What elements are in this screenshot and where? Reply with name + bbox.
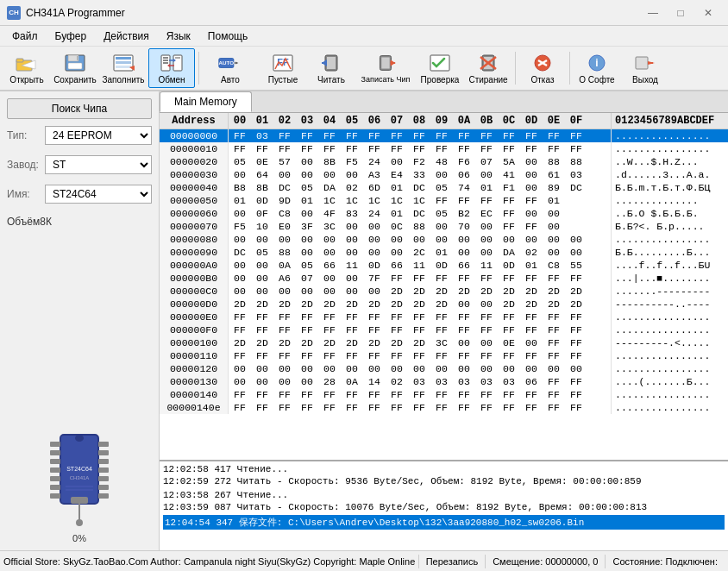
hex-byte[interactable]: 02 bbox=[386, 376, 408, 387]
hex-byte[interactable]: FF bbox=[318, 402, 341, 413]
table-row[interactable]: 00000140eFFFFFFFFFFFFFFFFFFFFFFFFFFFFFFF… bbox=[160, 401, 728, 414]
hex-byte[interactable]: 05 bbox=[251, 247, 273, 258]
hex-byte[interactable]: FF bbox=[453, 130, 475, 141]
hex-byte[interactable]: 00 bbox=[543, 247, 565, 258]
hex-byte[interactable]: 0D bbox=[251, 195, 273, 206]
hex-byte[interactable]: FF bbox=[475, 324, 498, 336]
hex-byte[interactable]: FF bbox=[565, 311, 587, 323]
exchange-button[interactable]: Обмен bbox=[148, 48, 195, 88]
hex-byte[interactable]: 00 bbox=[565, 363, 587, 374]
hex-byte[interactable]: FF bbox=[543, 402, 565, 413]
hex-byte[interactable]: 0D bbox=[430, 260, 453, 271]
hex-byte[interactable]: 00 bbox=[296, 156, 318, 167]
hex-byte[interactable]: 00 bbox=[273, 169, 296, 180]
hex-byte[interactable]: FF bbox=[520, 130, 543, 141]
hex-byte[interactable]: FF bbox=[543, 324, 565, 336]
hex-byte[interactable]: 00 bbox=[475, 247, 498, 258]
hex-byte[interactable]: 2D bbox=[520, 298, 543, 310]
hex-byte[interactable]: 2D bbox=[408, 298, 430, 310]
hex-byte[interactable]: 74 bbox=[453, 182, 475, 193]
hex-byte[interactable]: 57 bbox=[273, 156, 296, 167]
hex-byte[interactable]: 11 bbox=[341, 260, 363, 271]
table-row[interactable]: 000000A000000A0566110D66110D66110D01C855… bbox=[160, 259, 728, 272]
hex-byte[interactable]: FF bbox=[475, 273, 498, 284]
hex-byte[interactable]: FF bbox=[341, 324, 363, 336]
hex-byte[interactable]: FF bbox=[251, 324, 273, 336]
hex-rows[interactable]: 00000000FF03FFFFFFFFFFFFFFFFFFFFFFFFFFFF… bbox=[160, 129, 728, 460]
hex-byte[interactable]: FF bbox=[408, 324, 430, 336]
hex-byte[interactable]: FF bbox=[296, 324, 318, 336]
hex-byte[interactable]: 00 bbox=[543, 208, 565, 219]
hex-byte[interactable]: 00 bbox=[251, 376, 273, 387]
hex-byte[interactable]: DC bbox=[408, 208, 430, 219]
hex-byte[interactable]: FF bbox=[318, 389, 341, 400]
hex-byte[interactable]: FF bbox=[520, 324, 543, 336]
hex-byte[interactable]: 2D bbox=[565, 286, 587, 297]
hex-byte[interactable]: 11 bbox=[475, 260, 498, 271]
hex-byte[interactable]: 03 bbox=[475, 376, 498, 387]
hex-byte[interactable]: 00 bbox=[453, 363, 475, 374]
hex-byte[interactable]: FF bbox=[386, 130, 408, 141]
hex-byte[interactable]: 01 bbox=[229, 195, 251, 206]
hex-byte[interactable]: FF bbox=[296, 402, 318, 413]
hex-byte[interactable]: F2 bbox=[408, 156, 430, 167]
hex-byte[interactable]: FF bbox=[341, 311, 363, 323]
hex-byte[interactable]: 00 bbox=[229, 234, 251, 245]
hex-byte[interactable]: FF bbox=[498, 324, 520, 336]
hex-byte[interactable]: 61 bbox=[543, 169, 565, 180]
hex-byte[interactable]: 00 bbox=[363, 363, 386, 374]
menu-buffer[interactable]: Буфер bbox=[47, 28, 96, 44]
hex-byte[interactable]: FF bbox=[565, 389, 587, 400]
hex-byte[interactable]: FF bbox=[229, 402, 251, 413]
hex-byte[interactable]: 07 bbox=[296, 273, 318, 284]
hex-byte[interactable]: FF bbox=[273, 350, 296, 361]
about-button[interactable]: i О Софте bbox=[574, 48, 620, 88]
hex-byte[interactable]: FF bbox=[229, 389, 251, 400]
hex-byte[interactable]: 2D bbox=[543, 298, 565, 310]
hex-byte[interactable]: 00 bbox=[475, 337, 498, 348]
hex-byte[interactable]: 2D bbox=[341, 298, 363, 310]
hex-byte[interactable]: 00 bbox=[363, 221, 386, 232]
hex-byte[interactable]: FF bbox=[543, 130, 565, 141]
hex-byte[interactable]: 00 bbox=[318, 169, 341, 180]
hex-byte[interactable]: 05 bbox=[296, 182, 318, 193]
hex-byte[interactable]: F1 bbox=[498, 182, 520, 193]
hex-byte[interactable]: FF bbox=[543, 376, 565, 387]
hex-byte[interactable]: FF bbox=[430, 389, 453, 400]
hex-byte[interactable]: 0E bbox=[498, 337, 520, 348]
hex-byte[interactable]: 00 bbox=[229, 376, 251, 387]
hex-byte[interactable]: 00 bbox=[318, 234, 341, 245]
table-row[interactable]: 0000013000000000280A1402030303030306FFFF… bbox=[160, 375, 728, 388]
hex-byte[interactable]: 2D bbox=[229, 337, 251, 348]
hex-byte[interactable]: FF bbox=[475, 402, 498, 413]
hex-byte[interactable]: FF bbox=[498, 311, 520, 323]
hex-byte[interactable]: 2D bbox=[386, 337, 408, 348]
hex-byte[interactable]: 00 bbox=[318, 363, 341, 374]
hex-byte[interactable]: 01 bbox=[475, 182, 498, 193]
hex-byte[interactable]: 02 bbox=[341, 182, 363, 193]
hex-byte[interactable]: 33 bbox=[408, 169, 430, 180]
hex-byte[interactable]: FF bbox=[543, 337, 565, 348]
fill-button[interactable]: Заполнить bbox=[100, 48, 147, 88]
hex-byte[interactable]: 00 bbox=[543, 221, 565, 232]
hex-byte[interactable]: 88 bbox=[273, 247, 296, 258]
hex-byte[interactable]: 70 bbox=[453, 221, 475, 232]
hex-byte[interactable]: 00 bbox=[296, 234, 318, 245]
hex-byte[interactable]: FF bbox=[318, 350, 341, 361]
hex-byte[interactable]: FF bbox=[229, 143, 251, 154]
hex-byte[interactable]: FF bbox=[543, 311, 565, 323]
hex-byte[interactable]: 00 bbox=[251, 286, 273, 297]
hex-byte[interactable]: 00 bbox=[386, 247, 408, 258]
hex-byte[interactable]: 03 bbox=[565, 169, 587, 180]
hex-byte[interactable]: FF bbox=[565, 402, 587, 413]
hex-byte[interactable]: 00 bbox=[543, 234, 565, 245]
hex-byte[interactable]: FF bbox=[520, 350, 543, 361]
hex-byte[interactable]: 2D bbox=[543, 286, 565, 297]
table-row[interactable]: 0000012000000000000000000000000000000000… bbox=[160, 362, 728, 375]
hex-byte[interactable]: 00 bbox=[475, 234, 498, 245]
read-button[interactable]: Читать bbox=[308, 48, 355, 88]
hex-byte[interactable]: FF bbox=[520, 311, 543, 323]
hex-byte[interactable]: 2D bbox=[296, 337, 318, 348]
blank-button[interactable]: FF Пустые bbox=[260, 48, 306, 88]
hex-byte[interactable]: FF bbox=[565, 273, 587, 284]
